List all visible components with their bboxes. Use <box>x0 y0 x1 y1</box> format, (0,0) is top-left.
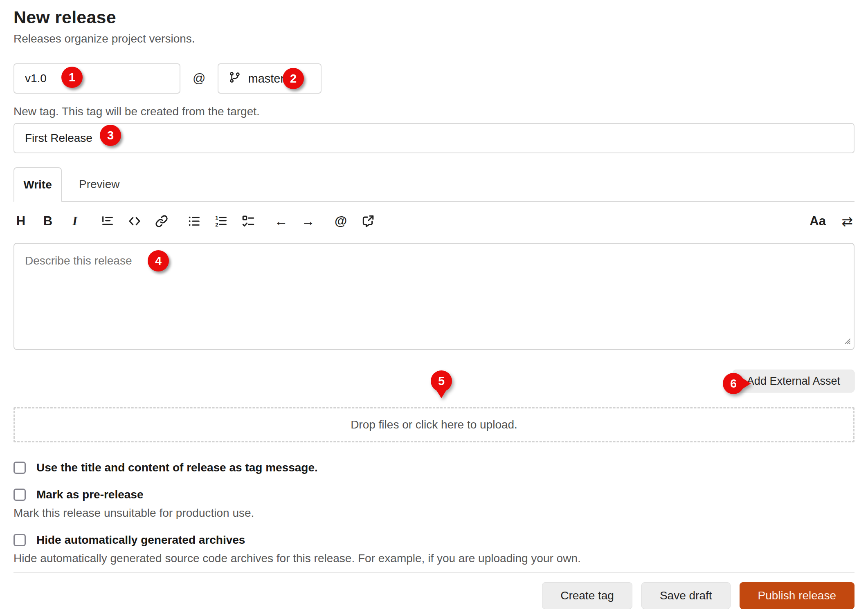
hide-archives-checkbox[interactable] <box>13 534 26 546</box>
bold-icon[interactable]: B <box>40 213 55 229</box>
branch-button-label: master <box>248 72 284 85</box>
prerelease-label[interactable]: Mark as pre-release <box>36 488 144 501</box>
tag-help-text: New tag. This tag will be created from t… <box>13 105 855 118</box>
target-branch-dropdown[interactable]: master <box>218 63 322 94</box>
resize-grip-icon[interactable] <box>841 335 851 347</box>
tag-target-row: @ master <box>13 63 855 94</box>
publish-release-button[interactable]: Publish release <box>740 582 855 609</box>
toolbar-group-text: H B I <box>13 213 82 229</box>
tab-preview[interactable]: Preview <box>62 167 137 201</box>
annotation-marker-1: 1 <box>61 67 83 88</box>
editor-tabbar: Write Preview <box>13 167 855 202</box>
toolbar-right-group: Aa ⇄ <box>810 213 855 229</box>
unordered-list-icon[interactable] <box>187 213 202 229</box>
hide-archives-label[interactable]: Hide automatically generated archives <box>36 534 245 547</box>
annotation-marker-3: 3 <box>100 125 121 146</box>
file-dropzone[interactable]: Drop files or click here to upload. <box>13 407 855 442</box>
italic-icon[interactable]: I <box>67 213 82 229</box>
cross-reference-icon[interactable] <box>360 213 375 229</box>
quote-icon[interactable] <box>100 213 115 229</box>
redo-icon[interactable]: → <box>301 213 315 229</box>
code-icon[interactable] <box>127 213 142 229</box>
page-subtitle: Releases organize project versions. <box>13 32 855 45</box>
option-prerelease: Mark as pre-release Mark this release un… <box>13 488 855 520</box>
toolbar-group-lists: 1 2 <box>187 213 256 229</box>
save-draft-button[interactable]: Save draft <box>641 582 731 609</box>
annotation-marker-6: 6 <box>723 373 744 394</box>
svg-text:1: 1 <box>215 215 218 221</box>
toolbar-group-history: ← → <box>274 213 315 229</box>
toolbar-group-blocks <box>100 213 169 229</box>
release-description-textarea[interactable] <box>13 243 855 350</box>
tab-write[interactable]: Write <box>13 167 62 202</box>
create-tag-button[interactable]: Create tag <box>542 582 632 609</box>
link-icon[interactable] <box>154 213 169 229</box>
footer-divider <box>13 572 855 573</box>
annotation-marker-2: 2 <box>283 68 304 89</box>
annotation-marker-4: 4 <box>148 250 169 271</box>
ordered-list-icon[interactable]: 1 2 <box>214 213 229 229</box>
tag-message-label[interactable]: Use the title and content of release as … <box>36 461 318 474</box>
option-tag-message: Use the title and content of release as … <box>13 461 855 474</box>
editor-area <box>13 243 855 350</box>
switch-editor-icon[interactable]: ⇄ <box>840 213 855 229</box>
release-options: Use the title and content of release as … <box>13 461 855 565</box>
prerelease-description: Mark this release unsuitable for product… <box>13 507 855 520</box>
tag-name-input[interactable] <box>13 63 180 94</box>
page-title: New release <box>13 7 855 27</box>
footer-actions: Create tag Save draft Publish release <box>13 582 855 609</box>
prerelease-checkbox[interactable] <box>13 489 26 501</box>
at-separator: @ <box>193 71 205 86</box>
task-list-icon[interactable] <box>241 213 256 229</box>
svg-text:2: 2 <box>215 222 218 228</box>
toolbar-group-refs: @ <box>333 213 375 229</box>
undo-icon[interactable]: ← <box>274 213 288 229</box>
mention-icon[interactable]: @ <box>333 213 348 229</box>
release-title-input[interactable] <box>13 123 855 153</box>
new-release-page: New release Releases organize project ve… <box>0 0 868 610</box>
git-branch-icon <box>228 71 241 87</box>
heading-icon[interactable]: H <box>13 213 28 229</box>
markdown-toolbar: H B I <box>13 209 855 233</box>
monospace-toggle-icon[interactable]: Aa <box>810 213 826 229</box>
option-hide-archives: Hide automatically generated archives Hi… <box>13 534 855 565</box>
tag-message-checkbox[interactable] <box>13 462 26 474</box>
hide-archives-description: Hide automatically generated source code… <box>13 552 855 565</box>
dropzone-text: Drop files or click here to upload. <box>351 418 517 431</box>
annotation-marker-5: 5 <box>431 370 452 392</box>
